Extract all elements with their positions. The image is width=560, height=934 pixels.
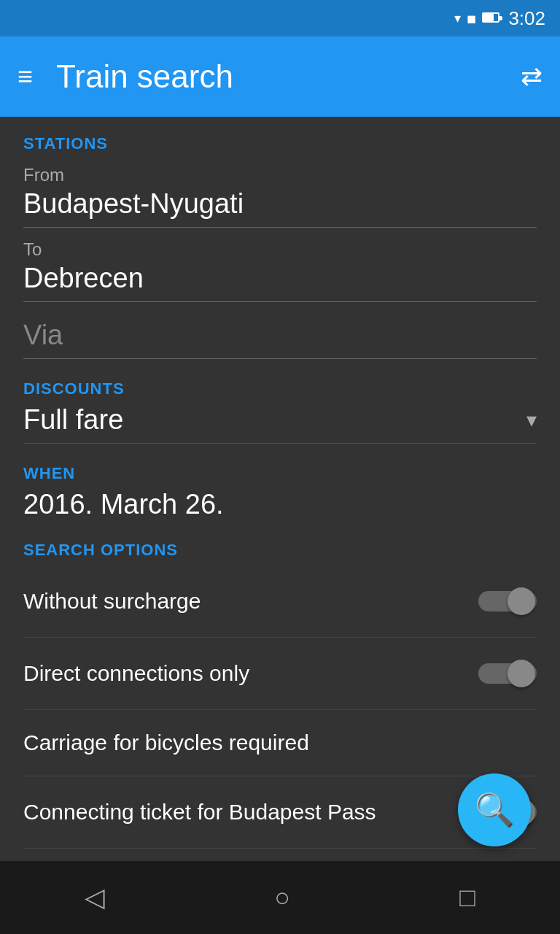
search-options-label: SEARCH OPTIONS [23, 541, 537, 560]
when-section: WHEN 2016. March 26. [23, 464, 537, 520]
search-fab[interactable]: 🔍 [458, 773, 531, 846]
content-area: STATIONS From Budapest-Nyugati To Debrec… [0, 117, 560, 866]
chevron-down-icon: ▾ [526, 408, 537, 432]
discounts-section: DISCOUNTS Full fare ▾ [23, 379, 537, 444]
battery-icon [482, 11, 502, 26]
app-title: Train search [56, 58, 497, 95]
toggle-surcharge[interactable] [478, 586, 537, 617]
toggle-thumb-surcharge [508, 587, 535, 615]
nav-bar: ◁ ○ □ [0, 861, 560, 934]
toggle-thumb-direct [508, 660, 535, 687]
recents-icon[interactable]: □ [459, 882, 475, 913]
option-label-bicycle: Carriage for bicycles required [23, 730, 309, 755]
signal-icon: ◼ [467, 12, 476, 26]
option-row-bicycle: Carriage for bicycles required [23, 710, 537, 776]
swap-icon[interactable]: ⇄ [521, 61, 542, 92]
wifi-icon: ▾ [454, 10, 461, 26]
status-time: 3:02 [508, 7, 545, 30]
to-label: To [23, 239, 537, 260]
discounts-section-label: DISCOUNTS [23, 379, 537, 398]
option-label-direct: Direct connections only [23, 661, 249, 686]
from-label: From [23, 165, 537, 185]
status-icons: ▾ ◼ 3:02 [454, 7, 545, 30]
from-field[interactable]: Budapest-Nyugati [23, 188, 537, 228]
option-label-budapest-pass: Connecting ticket for Budapest Pass [23, 800, 376, 825]
search-icon: 🔍 [475, 791, 515, 829]
option-label-surcharge: Without surcharge [23, 589, 201, 614]
discounts-value: Full fare [23, 404, 123, 436]
when-section-label: WHEN [23, 464, 537, 483]
to-field[interactable]: Debrecen [23, 263, 537, 302]
discounts-dropdown[interactable]: Full fare ▾ [23, 404, 537, 444]
via-field[interactable]: Via [23, 320, 537, 359]
date-picker[interactable]: 2016. March 26. [23, 489, 537, 520]
status-bar: ▾ ◼ 3:02 [0, 0, 560, 36]
stations-section-label: STATIONS [23, 134, 537, 153]
app-bar: ≡ Train search ⇄ [0, 36, 560, 117]
option-row-surcharge: Without surcharge [23, 566, 537, 638]
option-row-direct: Direct connections only [23, 638, 537, 710]
home-icon[interactable]: ○ [274, 882, 290, 913]
menu-icon[interactable]: ≡ [18, 63, 33, 90]
toggle-direct[interactable] [478, 658, 537, 689]
back-icon[interactable]: ◁ [85, 882, 105, 913]
